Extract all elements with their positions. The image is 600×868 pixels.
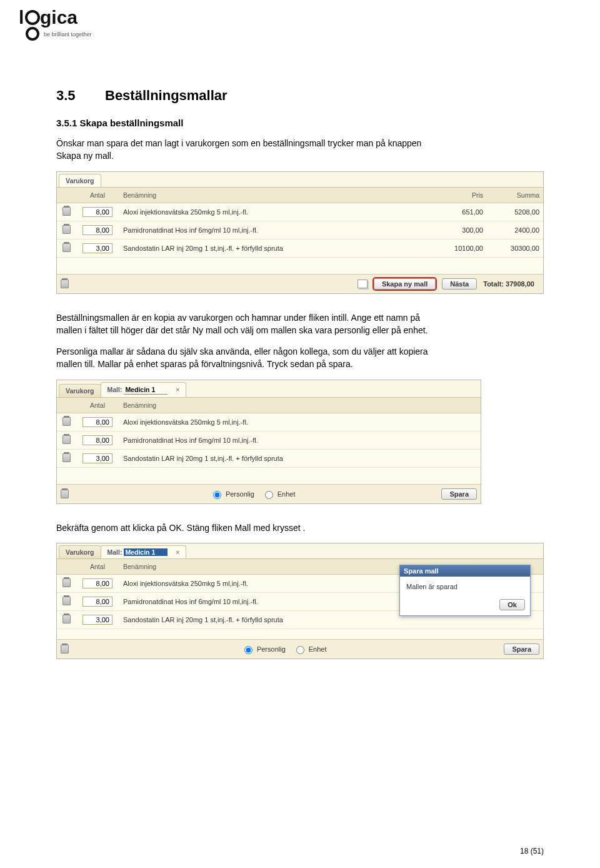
paragraph-intro: Önskar man spara det man lagt i varukorg…	[56, 137, 431, 163]
label-personlig: Personlig	[257, 645, 286, 653]
tab-varukorg[interactable]: Varukorg	[59, 174, 101, 187]
tab-mall[interactable]: Mall: ×	[101, 545, 187, 558]
item-name: Aloxi injektionsvätska 250mkg 5 ml,inj.-…	[119, 417, 481, 427]
radio-personlig[interactable]	[244, 646, 252, 654]
svg-text:be brilliant together: be brilliant together	[44, 31, 92, 38]
close-icon[interactable]: ×	[176, 548, 179, 556]
qty-input[interactable]	[82, 578, 112, 588]
label-enhet: Enhet	[278, 490, 296, 498]
page-number: 18 (51)	[520, 847, 544, 855]
screenshot-mall-edit: Varukorg Mall: × Antal Benämning Aloxi i…	[56, 380, 481, 504]
item-name: Sandostatin LAR inj 20mg 1 st,inj.-fl. +…	[119, 453, 481, 463]
template-name-input[interactable]	[124, 385, 168, 395]
screenshot-varukorg: Varukorg Antal Benämning Pris Summa Alox…	[56, 171, 544, 294]
item-name: Sandostatin LAR inj 20mg 1 st,inj.-fl. +…	[119, 615, 543, 625]
save-confirm-popup: Spara mall Mallen är sparad Ok	[399, 565, 531, 616]
screenshot-mall-saved: Varukorg Mall: × Antal Benämning Aloxi i…	[56, 543, 544, 659]
table-row: Aloxi injektionsvätska 250mkg 5 ml,inj.-…	[57, 413, 481, 431]
ok-button[interactable]: Ok	[499, 599, 525, 610]
table-row: Pamidronatdinat Hos inf 6mg/ml 10 ml,inj…	[57, 221, 543, 240]
col-antal: Antal	[76, 562, 119, 572]
item-price: 10100,00	[431, 243, 487, 253]
qty-input[interactable]	[82, 225, 112, 235]
popup-title: Spara mall	[400, 565, 530, 577]
tab-mall[interactable]: Mall: ×	[101, 382, 187, 397]
tab-varukorg[interactable]: Varukorg	[59, 384, 101, 397]
item-name: Pamidronatdinat Hos inf 6mg/ml 10 ml,inj…	[119, 435, 481, 445]
item-sum: 2400,00	[487, 225, 543, 235]
logo: l gica be brilliant together	[19, 8, 119, 48]
svg-text:l: l	[19, 8, 24, 28]
svg-point-1	[26, 11, 39, 24]
radio-enhet[interactable]	[265, 491, 273, 499]
paragraph-4: Bekräfta genom att klicka på OK. Stäng f…	[56, 522, 431, 534]
paragraph-3: Personliga mallar är sådana du själv ska…	[56, 345, 431, 371]
radio-enhet[interactable]	[296, 646, 304, 654]
table-row: Pamidronatdinat Hos inf 6mg/ml 10 ml,inj…	[57, 431, 481, 450]
qty-input[interactable]	[82, 417, 112, 427]
trash-icon[interactable]	[61, 490, 69, 498]
next-button[interactable]: Nästa	[442, 278, 477, 290]
total-value: 37908,00	[506, 280, 534, 288]
trash-icon[interactable]	[62, 225, 71, 234]
trash-icon[interactable]	[62, 417, 71, 426]
item-price: 651,00	[431, 207, 487, 217]
trash-icon[interactable]	[62, 435, 71, 444]
table-row: Sandostatin LAR inj 20mg 1 st,inj.-fl. +…	[57, 450, 481, 468]
col-antal: Antal	[76, 400, 119, 410]
item-sum: 30300,00	[487, 243, 543, 253]
trash-icon[interactable]	[62, 578, 71, 587]
svg-point-3	[27, 28, 38, 39]
close-icon[interactable]: ×	[176, 386, 179, 393]
item-name: Pamidronatdinat Hos inf 6mg/ml 10 ml,inj…	[119, 225, 431, 235]
save-button[interactable]: Spara	[504, 643, 539, 655]
col-antal: Antal	[76, 190, 119, 200]
qty-input[interactable]	[82, 453, 112, 463]
item-sum: 5208,00	[487, 207, 543, 217]
trash-icon[interactable]	[61, 645, 69, 654]
qty-input[interactable]	[82, 597, 112, 607]
paragraph-2: Beställningsmallen är en kopia av varuko…	[56, 311, 431, 337]
trash-icon[interactable]	[62, 615, 71, 623]
label-personlig: Personlig	[226, 490, 254, 498]
table-row: Aloxi injektionsvätska 250mkg 5 ml,inj.-…	[57, 203, 543, 221]
col-benamning: Benämning	[119, 190, 431, 200]
qty-input[interactable]	[82, 243, 112, 253]
qty-input[interactable]	[82, 435, 112, 445]
item-name: Aloxi injektionsvätska 250mkg 5 ml,inj.-…	[119, 207, 431, 217]
subsection-heading: 3.5.1 Skapa beställningsmall	[56, 118, 544, 128]
create-template-button[interactable]: Skapa ny mall	[374, 278, 436, 290]
col-benamning: Benämning	[119, 400, 481, 410]
trash-icon[interactable]	[62, 453, 71, 462]
trash-icon[interactable]	[61, 280, 69, 288]
copy-icon[interactable]	[358, 280, 368, 288]
qty-input[interactable]	[82, 615, 112, 625]
trash-icon[interactable]	[62, 243, 71, 252]
popup-message: Mallen är sparad	[400, 577, 530, 597]
save-button[interactable]: Spara	[441, 488, 477, 500]
trash-icon[interactable]	[62, 597, 71, 605]
section-heading: 3.5Beställningsmallar	[56, 88, 544, 104]
trash-icon[interactable]	[62, 207, 71, 216]
total-label: Totalt:	[483, 280, 504, 288]
qty-input[interactable]	[82, 207, 112, 217]
item-price: 300,00	[431, 225, 487, 235]
template-name-input[interactable]	[124, 548, 168, 556]
radio-personlig[interactable]	[213, 491, 221, 499]
col-summa: Summa	[487, 190, 543, 200]
svg-text:gica: gica	[40, 8, 78, 28]
col-pris: Pris	[431, 190, 487, 200]
table-row: Sandostatin LAR inj 20mg 1 st,inj.-fl. +…	[57, 240, 543, 258]
item-name: Sandostatin LAR inj 20mg 1 st,inj.-fl. +…	[119, 243, 431, 253]
tab-varukorg[interactable]: Varukorg	[59, 545, 101, 558]
label-enhet: Enhet	[309, 645, 327, 653]
